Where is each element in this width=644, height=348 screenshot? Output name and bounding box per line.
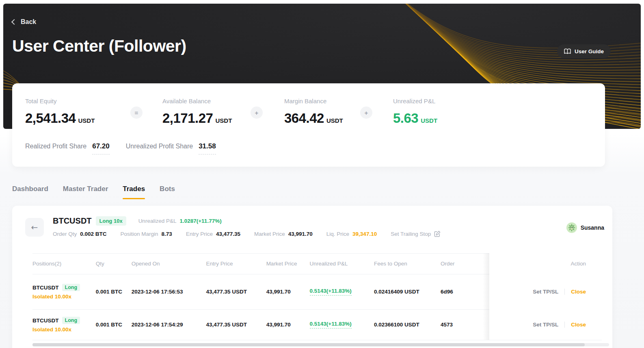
row-order-id: 4573 (441, 322, 489, 328)
position-summary: ← BTCUSDT Long 10x Unrealized P&L 1.0287… (12, 206, 612, 253)
row-fees-to-open: 0.02416409 USDT (374, 289, 441, 295)
position-cell: BTCUSDT Long Isolated 10.00x (32, 317, 96, 333)
divider (32, 340, 602, 340)
book-icon (564, 48, 571, 54)
metric-label: Margin Balance (284, 98, 360, 105)
metric-value: 5.63 (393, 111, 418, 126)
col-header-action: Action (571, 261, 586, 267)
collapse-back-button[interactable]: ← (25, 218, 44, 237)
row-entry-price: 43,477.35 USDT (206, 289, 266, 295)
row-order-id: 6d96 (441, 289, 489, 295)
share-label: Unrealized Profit Share (126, 143, 193, 150)
user-guide-label: User Guide (575, 48, 604, 54)
trader-avatar (566, 222, 577, 233)
close-position-button[interactable]: Close (571, 322, 586, 328)
side-badge: Long (62, 317, 80, 324)
col-header-market-price: Market Price (266, 261, 310, 267)
row-opened-on: 2023-12-06 17:54:29 (132, 322, 206, 328)
metric-unit: USDT (421, 117, 437, 124)
field-label: Liq. Price (326, 231, 349, 237)
col-header-unrealized-pnl: Unrealized P&L (310, 261, 374, 267)
edit-icon (434, 231, 441, 237)
tab-bots[interactable]: Bots (160, 185, 175, 199)
equals-icon: = (130, 107, 143, 119)
metric-label: Available Balance (162, 98, 251, 105)
row-fees-to-open: 0.02366100 USDT (374, 322, 441, 328)
metric-value: 364.42 (284, 111, 324, 126)
side-leverage-badge: Long 10x (96, 216, 126, 226)
row-market-price: 43,991.70 (266, 289, 310, 295)
metric-margin-balance: Margin Balance 364.42 USDT (284, 98, 360, 126)
master-trader-chip[interactable]: Susanna (566, 222, 604, 233)
chevron-left-icon (11, 19, 17, 25)
field-position-margin: Position Margin 8.73 (121, 231, 172, 237)
margin-mode: Isolated 10.00x (32, 326, 96, 333)
realized-profit-share: Realized Profit Share 67.20 (25, 142, 110, 154)
metric-available-balance: Available Balance 2,171.27 USDT (162, 98, 251, 126)
position-cell: BTCUSDT Long Isolated 10.00x (32, 284, 96, 300)
tab-dashboard[interactable]: Dashboard (12, 185, 48, 199)
row-market-price: 43,991.70 (266, 322, 310, 328)
col-header-positions: Positions(2) (32, 261, 96, 267)
metric-value: 2,541.34 (25, 111, 76, 126)
field-entry-price: Entry Price 43,477.35 (186, 231, 240, 237)
row-symbol: BTCUSDT (32, 285, 59, 291)
horizontal-scrollbar-track[interactable] (32, 343, 609, 346)
set-tpsl-button[interactable]: Set TP/SL (533, 289, 558, 295)
field-label: Position Margin (121, 231, 158, 237)
symbol-label: BTCUSDT (53, 216, 92, 226)
share-value[interactable]: 67.20 (92, 142, 110, 154)
set-tpsl-button[interactable]: Set TP/SL (533, 322, 558, 328)
metric-unit: USDT (215, 117, 232, 124)
tab-master-trader[interactable]: Master Trader (63, 185, 108, 199)
share-label: Realized Profit Share (25, 143, 86, 150)
share-value[interactable]: 31.58 (199, 142, 216, 154)
row-unrealized-pnl[interactable]: 0.5143(+11.83%) (310, 321, 352, 328)
back-button[interactable]: Back (12, 18, 36, 26)
side-badge: Long (62, 284, 80, 291)
plus-icon: + (360, 107, 372, 119)
margin-mode: Isolated 10.00x (32, 294, 96, 300)
field-label: Market Price (254, 231, 285, 237)
field-value: 8.73 (162, 231, 172, 237)
trader-name: Susanna (581, 224, 604, 231)
col-header-entry-price: Entry Price (206, 261, 266, 267)
close-position-button[interactable]: Close (571, 289, 586, 295)
field-value: 43,991.70 (288, 231, 313, 237)
action-divider (564, 322, 565, 328)
unrealized-profit-share: Unrealized Profit Share 31.58 (126, 142, 216, 154)
trades-card: ← BTCUSDT Long 10x Unrealized P&L 1.0287… (12, 206, 612, 348)
metric-unit: USDT (326, 117, 343, 124)
field-label: Set Trailing Stop (391, 231, 431, 237)
unrealized-pnl-value: 1.0287(+11.77%) (179, 218, 221, 224)
balance-row: Total Equity 2,541.34 USDT = Available B… (12, 83, 605, 126)
field-liq-price: Liq. Price 39,347.10 (326, 231, 377, 237)
unrealized-pnl-label: Unrealized P&L (138, 218, 177, 224)
row-opened-on: 2023-12-06 17:56:53 (132, 289, 206, 295)
row-symbol: BTCUSDT (32, 318, 59, 324)
row-unrealized-pnl[interactable]: 0.5143(+11.83%) (310, 288, 352, 296)
field-value: 39,347.10 (352, 231, 377, 237)
horizontal-scrollbar-thumb[interactable] (32, 343, 585, 346)
metric-unrealized-pnl: Unrealized P&L 5.63 USDT (393, 98, 437, 126)
plus-icon: + (251, 107, 263, 119)
action-divider (564, 289, 565, 295)
field-value: 43,477.35 (216, 231, 240, 237)
page-title: User Center (Follower) (12, 37, 186, 56)
field-label: Order Qty (53, 231, 77, 237)
field-label: Entry Price (186, 231, 213, 237)
back-label: Back (21, 18, 36, 26)
row-qty: 0.001 BTC (96, 322, 132, 328)
field-market-price: Market Price 43,991.70 (254, 231, 313, 237)
metric-value: 2,171.27 (162, 111, 213, 126)
user-guide-button[interactable]: User Guide (557, 44, 611, 58)
row-qty: 0.001 BTC (96, 289, 132, 295)
row-entry-price: 43,477.35 USDT (206, 322, 266, 328)
col-header-order: Order (441, 261, 489, 267)
tab-trades[interactable]: Trades (123, 185, 145, 199)
metric-unit: USDT (78, 117, 95, 124)
positions-table: Positions(2) Qty Opened On Entry Price M… (12, 253, 612, 348)
arrow-left-icon: ← (31, 222, 38, 232)
set-trailing-stop-button[interactable]: Set Trailing Stop (391, 231, 441, 237)
field-order-qty: Order Qty 0.002 BTC (53, 231, 107, 237)
